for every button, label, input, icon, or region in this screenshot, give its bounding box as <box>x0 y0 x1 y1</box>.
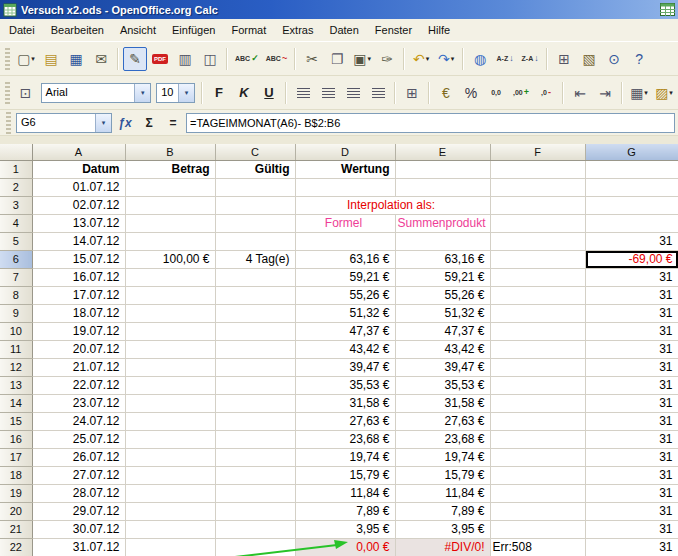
cell-G13[interactable]: 31 <box>585 376 678 394</box>
cell-C6[interactable]: 4 Tag(e) <box>215 250 295 268</box>
cell-C22[interactable] <box>215 538 295 556</box>
row-header-5[interactable]: 5 <box>0 232 32 250</box>
page-preview-button[interactable]: ◫ <box>198 47 222 71</box>
cell-E6[interactable]: 63,16 € <box>395 250 490 268</box>
row-header-22[interactable]: 22 <box>0 538 32 556</box>
background-color-button[interactable]: ▨▾ <box>652 81 676 105</box>
spellcheck-button[interactable]: ABC✓ <box>232 47 262 71</box>
cell-G15[interactable]: 31 <box>585 412 678 430</box>
cell-F10[interactable] <box>490 322 585 340</box>
menu-hilfe[interactable]: Hilfe <box>420 20 458 40</box>
cell-A21[interactable]: 30.07.12 <box>32 520 125 538</box>
gallery-button[interactable]: ▧ <box>577 47 601 71</box>
cell-D12[interactable]: 39,47 € <box>295 358 395 376</box>
add-decimal-button[interactable]: ,00+ <box>509 81 533 105</box>
zoom-button[interactable]: ⊙ <box>602 47 626 71</box>
cell-F11[interactable] <box>490 340 585 358</box>
cell-C12[interactable] <box>215 358 295 376</box>
cell-B14[interactable] <box>125 394 215 412</box>
cell-A5[interactable]: 14.07.12 <box>32 232 125 250</box>
decrease-indent-button[interactable]: ⇤ <box>568 81 592 105</box>
cell-D8[interactable]: 55,26 € <box>295 286 395 304</box>
cell-D6[interactable]: 63,16 € <box>295 250 395 268</box>
cell-B1[interactable]: Betrag <box>125 160 215 178</box>
align-center-button[interactable] <box>316 81 340 105</box>
cell-G8[interactable]: 31 <box>585 286 678 304</box>
redo-button[interactable]: ↷▾ <box>434 47 458 71</box>
cell-G11[interactable]: 31 <box>585 340 678 358</box>
cell-B8[interactable] <box>125 286 215 304</box>
cell-D20[interactable]: 7,89 € <box>295 502 395 520</box>
cell-C4[interactable] <box>215 214 295 232</box>
row-header-18[interactable]: 18 <box>0 466 32 484</box>
cell-A16[interactable]: 25.07.12 <box>32 430 125 448</box>
cell-B9[interactable] <box>125 304 215 322</box>
column-header-G[interactable]: G <box>585 144 678 160</box>
cell-A4[interactable]: 13.07.12 <box>32 214 125 232</box>
cell-D18[interactable]: 15,79 € <box>295 466 395 484</box>
cell-G22[interactable]: 31 <box>585 538 678 556</box>
title-bar[interactable]: Versuch x2.ods - OpenOffice.org Calc <box>0 0 678 19</box>
merge-cells-button[interactable]: ⊞ <box>400 81 424 105</box>
row-header-19[interactable]: 19 <box>0 484 32 502</box>
function-wizard-button[interactable]: ƒx <box>114 113 136 133</box>
cell-E5[interactable] <box>395 232 490 250</box>
app-icon[interactable] <box>3 3 17 17</box>
cell-F6[interactable] <box>490 250 585 268</box>
align-right-button[interactable] <box>341 81 365 105</box>
cell-G20[interactable]: 31 <box>585 502 678 520</box>
formatting-toolbar-grip[interactable] <box>5 82 10 104</box>
cell-C5[interactable] <box>215 232 295 250</box>
cell-G3[interactable] <box>585 196 678 214</box>
cell-D9[interactable]: 51,32 € <box>295 304 395 322</box>
cell-D3[interactable]: Interpolation als: <box>295 196 490 214</box>
cell-E18[interactable]: 15,79 € <box>395 466 490 484</box>
cell-C1[interactable]: Gültig <box>215 160 295 178</box>
cell-E8[interactable]: 55,26 € <box>395 286 490 304</box>
cell-F2[interactable] <box>490 178 585 196</box>
cell-G17[interactable]: 31 <box>585 448 678 466</box>
cell-C2[interactable] <box>215 178 295 196</box>
cell-B15[interactable] <box>125 412 215 430</box>
sum-button[interactable]: Σ <box>138 113 160 133</box>
cell-E21[interactable]: 3,95 € <box>395 520 490 538</box>
cell-C18[interactable] <box>215 466 295 484</box>
cell-B12[interactable] <box>125 358 215 376</box>
cell-E17[interactable]: 19,74 € <box>395 448 490 466</box>
cell-F8[interactable] <box>490 286 585 304</box>
cell-B13[interactable] <box>125 376 215 394</box>
column-header-D[interactable]: D <box>295 144 395 160</box>
cell-D21[interactable]: 3,95 € <box>295 520 395 538</box>
number-format-currency-button[interactable]: € <box>434 81 458 105</box>
select-all-corner[interactable] <box>0 144 32 160</box>
cell-B5[interactable] <box>125 232 215 250</box>
align-justify-button[interactable] <box>366 81 390 105</box>
cell-D7[interactable]: 59,21 € <box>295 268 395 286</box>
cell-G5[interactable]: 31 <box>585 232 678 250</box>
edit-file-button[interactable]: ✎ <box>123 47 147 71</box>
cell-B16[interactable] <box>125 430 215 448</box>
borders-button[interactable]: ▦▾ <box>627 81 651 105</box>
cell-D22[interactable]: 0,00 € <box>295 538 395 556</box>
cell-A22[interactable]: 31.07.12 <box>32 538 125 556</box>
cell-C11[interactable] <box>215 340 295 358</box>
cell-E11[interactable]: 43,42 € <box>395 340 490 358</box>
font-size-combo[interactable]: 10▾ <box>156 83 195 103</box>
cell-F9[interactable] <box>490 304 585 322</box>
cell-A14[interactable]: 23.07.12 <box>32 394 125 412</box>
column-header-C[interactable]: C <box>215 144 295 160</box>
cell-C8[interactable] <box>215 286 295 304</box>
print-button[interactable]: ▥ <box>173 47 197 71</box>
cell-A3[interactable]: 02.07.12 <box>32 196 125 214</box>
styles-window-button[interactable]: ⊡ <box>14 81 38 105</box>
formula-bar-grip[interactable] <box>6 112 11 134</box>
cell-F15[interactable] <box>490 412 585 430</box>
email-button[interactable]: ✉ <box>89 47 113 71</box>
cell-E13[interactable]: 35,53 € <box>395 376 490 394</box>
cell-G12[interactable]: 31 <box>585 358 678 376</box>
number-format-percent-button[interactable]: % <box>459 81 483 105</box>
increase-indent-button[interactable]: ⇥ <box>593 81 617 105</box>
column-header-B[interactable]: B <box>125 144 215 160</box>
row-header-3[interactable]: 3 <box>0 196 32 214</box>
cell-C3[interactable] <box>215 196 295 214</box>
